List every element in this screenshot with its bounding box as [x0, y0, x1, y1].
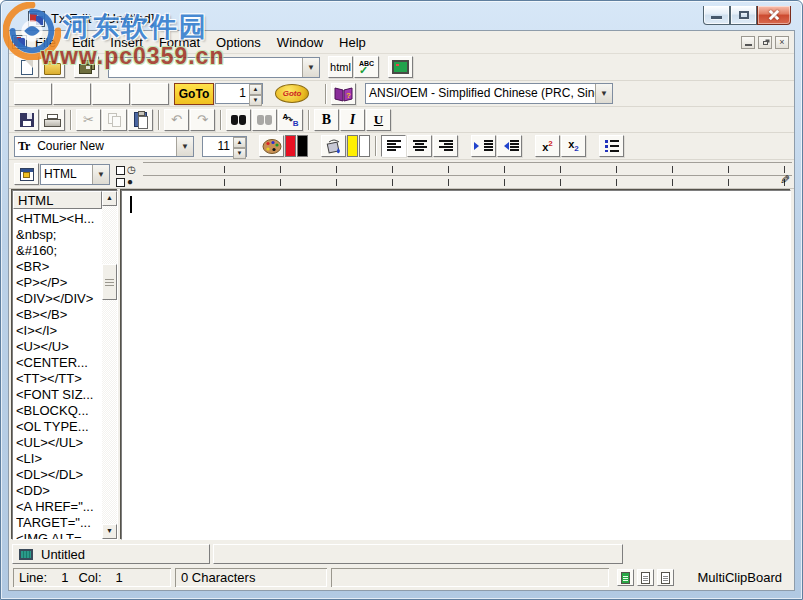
tag-list-item[interactable]: <B></B>	[16, 307, 100, 323]
bullet-list-button[interactable]	[599, 135, 624, 157]
tag-list-item[interactable]: <BLOCKQ...	[16, 403, 100, 419]
menu-item[interactable]: Options	[208, 33, 269, 52]
align-center-button[interactable]	[407, 135, 432, 157]
clipboard-slot-active-icon[interactable]	[617, 569, 634, 586]
tag-list-scrollbar[interactable]: ▲ ▼	[102, 191, 117, 539]
goto-button[interactable]: GoTo	[174, 83, 214, 105]
paste-button[interactable]	[128, 109, 153, 131]
menu-item[interactable]: Insert	[102, 33, 151, 52]
menu-item[interactable]: Format	[151, 33, 208, 52]
properties-button[interactable]	[14, 163, 39, 185]
menu-item[interactable]: Edit	[64, 33, 102, 52]
encoding-dropdown[interactable]: ▼	[595, 84, 612, 103]
cut-button[interactable]: ✂	[76, 109, 101, 131]
indent-button[interactable]	[471, 135, 496, 157]
scrollbar-thumb[interactable]	[102, 264, 117, 300]
tag-list-item[interactable]: <UL></UL>	[16, 435, 100, 451]
scroll-up-icon[interactable]: ▲	[102, 191, 117, 206]
tag-list-item[interactable]: TARGET="...	[16, 515, 100, 531]
tag-list-item[interactable]: <LI>	[16, 451, 100, 467]
copy-button[interactable]	[102, 109, 127, 131]
font-color-button[interactable]	[259, 135, 284, 157]
maximize-button[interactable]	[730, 6, 757, 25]
ruler-marker-icon[interactable]: ✎	[780, 173, 790, 187]
preview-button[interactable]	[388, 56, 413, 78]
mdi-minimize-button[interactable]	[741, 36, 755, 49]
redo-button[interactable]: ↷	[190, 109, 215, 131]
clipboard-slot-icon[interactable]	[637, 569, 654, 586]
spin-down-icon[interactable]: ▼	[249, 95, 262, 106]
toolbar-blank-button-3[interactable]	[92, 83, 130, 105]
find-button[interactable]	[226, 109, 251, 131]
tag-list-item[interactable]: <DIV></DIV>	[16, 291, 100, 307]
no-highlight-swatch[interactable]	[359, 135, 370, 157]
tag-list-item[interactable]: <I></I>	[16, 323, 100, 339]
find-next-button[interactable]	[252, 109, 277, 131]
mdi-close-button[interactable]: ×	[775, 36, 789, 49]
ruler[interactable]: ◷ ● ✎	[116, 162, 792, 186]
open-button[interactable]	[40, 56, 65, 78]
font-size-stepper[interactable]: 11 ▲ ▼	[202, 136, 247, 157]
tag-list-item[interactable]: &nbsp;	[16, 227, 100, 243]
spell-check-button[interactable]: ABC ✓	[354, 56, 379, 78]
tag-list-item[interactable]: <FONT SIZ...	[16, 387, 100, 403]
highlight-color-swatch[interactable]	[347, 135, 358, 157]
html-source-button[interactable]: html	[328, 56, 353, 78]
new-document-button[interactable]	[14, 56, 39, 78]
editor-area[interactable]	[121, 190, 791, 540]
tag-list-item[interactable]: <DL></DL>	[16, 467, 100, 483]
ruler-checkbox-1[interactable]	[116, 166, 125, 175]
mdi-restore-button[interactable]	[758, 36, 772, 49]
tag-list-item[interactable]: <OL TYPE...	[16, 419, 100, 435]
align-left-button[interactable]	[381, 135, 406, 157]
clipboard-slot-icon[interactable]	[657, 569, 674, 586]
tag-list-item[interactable]: <IMG ALT=...	[16, 531, 100, 540]
goto-round-button[interactable]: Goto	[275, 84, 309, 103]
print-button[interactable]	[40, 109, 65, 131]
tag-list-item[interactable]: <P></P>	[16, 275, 100, 291]
file-combobox-dropdown[interactable]: ▼	[302, 58, 319, 77]
toolbar-blank-button-4[interactable]	[131, 83, 169, 105]
outdent-button[interactable]	[497, 135, 522, 157]
align-right-button[interactable]	[433, 135, 458, 157]
encoding-combobox[interactable]: ANSI/OEM - Simplified Chinese (PRC, Sing…	[365, 83, 613, 104]
tag-list-item[interactable]: &#160;	[16, 243, 100, 259]
file-combobox[interactable]: ▼	[108, 57, 320, 78]
minimize-button[interactable]	[703, 6, 730, 25]
subscript-button[interactable]: x2	[561, 135, 586, 157]
foreground-color-swatch[interactable]	[285, 135, 296, 157]
dictionary-button[interactable]: ?	[331, 83, 356, 105]
tag-list-item[interactable]: <A HREF="...	[16, 499, 100, 515]
tag-list-item[interactable]: <TT></TT>	[16, 371, 100, 387]
style-combobox[interactable]: HTML ▼	[40, 164, 110, 185]
highlight-button[interactable]	[321, 135, 346, 157]
font-dropdown[interactable]: ▼	[176, 137, 193, 156]
bold-button[interactable]: B	[314, 109, 339, 131]
tab-untitled[interactable]: Untitled	[12, 544, 210, 564]
tag-list-header[interactable]: HTML	[13, 191, 102, 209]
menu-item[interactable]: File	[27, 33, 64, 52]
background-color-swatch[interactable]	[297, 135, 308, 157]
font-combobox[interactable]: Tr Courier New ▼	[14, 136, 194, 157]
goto-line-stepper[interactable]: 1 ▲ ▼	[215, 83, 263, 104]
underline-button[interactable]: U	[366, 109, 391, 131]
tag-list-item[interactable]: <HTML><H...	[16, 211, 100, 227]
menu-item[interactable]: Window	[269, 33, 331, 52]
mdi-document-icon[interactable]	[12, 35, 27, 49]
replace-button[interactable]: A ↷ B	[278, 109, 303, 131]
spin-up-icon[interactable]: ▲	[233, 137, 246, 148]
toolbar-blank-button-1[interactable]	[14, 83, 52, 105]
spin-down-icon[interactable]: ▼	[233, 148, 246, 159]
ruler-checkbox-2[interactable]	[116, 178, 125, 187]
scroll-down-icon[interactable]: ▼	[102, 524, 117, 539]
toolbar-blank-button-2[interactable]	[53, 83, 91, 105]
spin-up-icon[interactable]: ▲	[249, 84, 262, 95]
title-bar[interactable]: TxtEdit - [Untitled]	[8, 1, 795, 30]
tag-list-item[interactable]: <DD>	[16, 483, 100, 499]
tag-list-item[interactable]: <U></U>	[16, 339, 100, 355]
tag-list-item[interactable]: <BR>	[16, 259, 100, 275]
superscript-button[interactable]: x2	[535, 135, 560, 157]
menu-item[interactable]: Help	[331, 33, 374, 52]
save-all-button[interactable]	[74, 56, 99, 78]
italic-button[interactable]: I	[340, 109, 365, 131]
